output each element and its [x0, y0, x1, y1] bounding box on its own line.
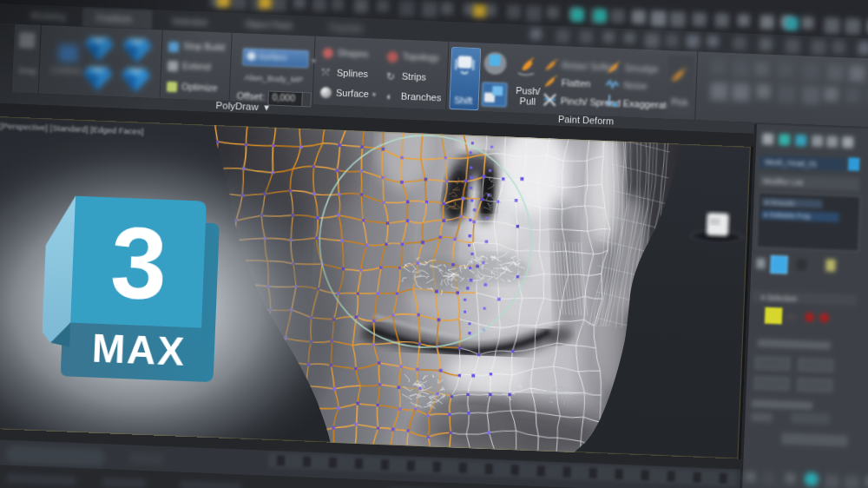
svg-text:MAX: MAX: [91, 326, 187, 374]
svg-text:3: 3: [108, 206, 169, 320]
